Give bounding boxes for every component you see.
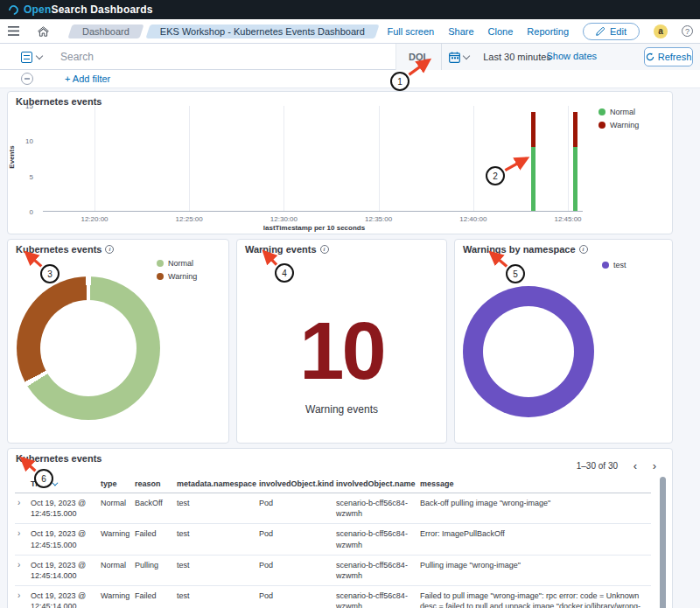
y-axis-tick: 5 <box>18 172 33 180</box>
info-icon[interactable]: i <box>579 245 588 254</box>
legend-dot <box>598 108 606 115</box>
reporting-link[interactable]: Reporting <box>527 26 569 37</box>
column-header-reason[interactable]: reason <box>135 475 177 493</box>
stacked-bar[interactable] <box>573 112 578 211</box>
column-header-involvedObject-kind[interactable]: involvedObject.kind <box>259 475 336 493</box>
column-header-metadata-namespace[interactable]: metadata.namespace <box>177 475 259 493</box>
panel-title[interactable]: Kubernetes eventsi <box>16 244 114 255</box>
panel-kubernetes-events-donut: Kubernetes eventsi NormalWarning <box>7 239 229 444</box>
table-cell: Error: ImagePullBackOff <box>420 524 651 543</box>
y-axis-tick: 15 <box>18 102 33 110</box>
x-axis-tick: 12:45:00 <box>554 215 581 223</box>
panel-title[interactable]: Warnings by namespacei <box>463 244 588 255</box>
show-dates-link[interactable]: Show dates <box>547 51 597 61</box>
filter-set-icon[interactable] <box>21 73 33 85</box>
table-row: ›Oct 19, 2023 @ 12:45:14.000WarningFaile… <box>15 586 651 608</box>
legend-dot <box>157 273 164 280</box>
table-cell: Pod <box>259 556 336 575</box>
table-cell: Failed <box>135 524 177 543</box>
table-cell: scenario-b-cff56c84-wzwmh <box>336 586 420 608</box>
app-header: OpenSearch Dashboards <box>0 0 700 19</box>
x-axis-tick: 12:25:00 <box>176 215 203 223</box>
table-cell: test <box>177 524 259 543</box>
info-icon[interactable]: i <box>320 245 329 254</box>
breadcrumb-current-dashboard[interactable]: EKS Workshop - Kubernetes Events Dashboa… <box>148 24 377 38</box>
table-cell: test <box>177 556 259 575</box>
home-icon[interactable] <box>32 20 54 43</box>
breadcrumb-dashboard[interactable]: Dashboard <box>70 24 142 38</box>
legend-item[interactable]: Warning <box>598 121 639 129</box>
panel-title[interactable]: Kubernetes events <box>16 453 102 464</box>
expand-row-icon[interactable]: › <box>15 586 31 602</box>
query-menu-chevron-down-icon[interactable] <box>36 52 43 59</box>
query-bar: Search DQL Last 30 minutes Show dates Re… <box>0 44 700 70</box>
expand-row-icon[interactable]: › <box>15 556 31 571</box>
gridline <box>473 106 474 211</box>
donut-chart[interactable] <box>463 286 594 417</box>
date-picker-button[interactable] <box>441 44 476 70</box>
column-header-involvedObject-name[interactable]: involvedObject.name <box>336 475 420 493</box>
user-avatar[interactable]: a <box>654 24 668 38</box>
legend-item[interactable]: Normal <box>598 108 639 116</box>
table-row: ›Oct 19, 2023 @ 12:45:15.000WarningFaile… <box>15 524 651 555</box>
expand-row-icon[interactable]: › <box>15 493 31 509</box>
table-cell: test <box>177 586 259 605</box>
legend-item[interactable]: Normal <box>157 259 197 268</box>
panel-warning-events-metric: Warning eventsi 10 Warning events <box>236 239 447 444</box>
panel-warnings-by-namespace: Warnings by namespacei test <box>454 239 673 444</box>
column-header-type[interactable]: type <box>101 475 135 493</box>
share-link[interactable]: Share <box>448 26 473 37</box>
search-input[interactable]: Search <box>60 51 94 63</box>
menu-hamburger-icon[interactable] <box>2 20 24 43</box>
add-filter-button[interactable]: + Add filter <box>65 73 110 84</box>
panel-kubernetes-events-histogram: Kubernetes events Events 051015 12:20:00… <box>7 91 673 234</box>
donut-chart[interactable] <box>17 276 160 420</box>
table-cell: Normal <box>101 556 135 575</box>
x-axis-tick: 12:20:00 <box>80 215 108 223</box>
namespace-legend: test <box>602 261 626 269</box>
table-cell: Warning <box>101 586 135 605</box>
x-axis-title: lastTimestamp per 10 seconds <box>200 224 428 232</box>
table-cell: Pod <box>259 586 336 605</box>
clone-link[interactable]: Clone <box>488 26 514 37</box>
table-cell: Oct 19, 2023 @ 12:45:15.000 <box>31 524 101 554</box>
time-range-value[interactable]: Last 30 minutes <box>483 52 551 62</box>
x-axis-tick: 12:30:00 <box>270 215 298 223</box>
sort-desc-icon <box>52 480 58 486</box>
pagination-next-icon[interactable]: › <box>653 459 656 472</box>
table-cell: Failed to pull image "wrong-image": rpc … <box>420 586 651 608</box>
table-cell: Pulling <box>135 556 177 575</box>
table-cell: Pod <box>259 493 336 513</box>
opensearch-logo-icon <box>7 3 20 16</box>
column-header-message[interactable]: message <box>420 475 651 493</box>
help-icon[interactable]: ? <box>682 25 693 37</box>
stacked-bar[interactable] <box>531 112 536 211</box>
table-cell: Warning <box>101 524 135 543</box>
y-axis-tick: 10 <box>18 137 33 145</box>
expand-row-icon[interactable]: › <box>15 524 31 540</box>
nav-bar: Dashboard EKS Workshop - Kubernetes Even… <box>0 19 700 44</box>
legend-item[interactable]: Warning <box>157 272 197 281</box>
date-chevron-down-icon <box>463 52 470 59</box>
dashboard-grid: Kubernetes events Events 051015 12:20:00… <box>0 88 700 608</box>
table-cell: BackOff <box>135 493 177 513</box>
table-cell: scenario-b-cff56c84-wzwmh <box>336 493 420 523</box>
x-axis-tick: 12:35:00 <box>365 215 392 223</box>
edit-button[interactable]: Edit <box>583 23 640 40</box>
pagination-label: 1–30 of 30 <box>577 461 618 471</box>
query-language-button[interactable]: DQL <box>396 52 441 62</box>
info-icon[interactable]: i <box>105 245 114 254</box>
table-cell: Back-off pulling image "wrong-image" <box>420 493 651 513</box>
saved-query-icon[interactable] <box>21 52 32 63</box>
y-axis-title: Events <box>8 131 16 184</box>
refresh-button[interactable]: Refresh <box>644 47 693 66</box>
table-cell: scenario-b-cff56c84-wzwmh <box>336 524 420 554</box>
panel-title[interactable]: Warning eventsi <box>245 244 329 255</box>
histogram-plot-area <box>43 106 583 212</box>
legend-item[interactable]: test <box>602 261 626 269</box>
column-header-Time[interactable]: Time <box>31 475 101 493</box>
y-axis-tick: 0 <box>18 208 33 216</box>
table-scrollbar[interactable] <box>660 477 666 608</box>
full-screen-link[interactable]: Full screen <box>387 26 434 37</box>
pagination-prev-icon[interactable]: ‹ <box>634 459 637 472</box>
